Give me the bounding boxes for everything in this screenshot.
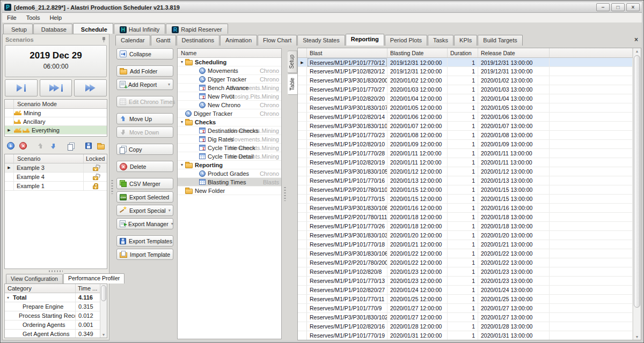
table-row[interactable]: Reserves/M1/P1/P101/770/11 2020/01/25 12… [298, 295, 633, 304]
table-row[interactable]: Reserves/M1/P2/P201/780/111 2020/01/18 1… [298, 213, 633, 222]
table-row[interactable]: Reserves/M1/P1/P101/770/23 2020/01/08 12… [298, 131, 633, 140]
table-row[interactable]: Reserves/M1/P1/P101/770/9 2020/01/27 12:… [298, 304, 633, 313]
toolbar-button[interactable]: Delete [116, 161, 173, 172]
workspace-tab[interactable]: Reporting [346, 34, 384, 46]
workspace-tab[interactable]: Steady States [297, 35, 345, 46]
table-row[interactable]: Reserves/M1/P3/P301/830/106 2020/01/22 1… [298, 249, 633, 258]
playback-button[interactable] [40, 79, 72, 96]
tree-item[interactable]: New Folder [178, 187, 281, 195]
toolbar-button[interactable]: Edit Chrono Times [116, 96, 173, 107]
scenario-tool-button[interactable] [95, 140, 107, 152]
vertical-splitter[interactable] [109, 34, 115, 340]
scenario-tool-button[interactable] [18, 140, 30, 152]
tree-item[interactable]: Cycle Time Detail Movements.Mining [178, 152, 281, 161]
scenario-mode-row[interactable]: Ancillary [5, 117, 107, 126]
tree-item[interactable]: Cycle Time Check Movements.Mining [178, 144, 281, 152]
scenario-tool-button[interactable] [5, 140, 17, 152]
tree-item[interactable]: Blasting Times Blasts [178, 178, 281, 187]
scrollbar-thumb[interactable] [634, 55, 640, 308]
close-tab-icon[interactable]: × [634, 36, 638, 43]
table-row[interactable]: Reserves/M1/P3/P301/830/108 2020/01/16 1… [298, 204, 633, 213]
table-row[interactable]: Reserves/M1/P1/P102/820/19 2020/01/11 12… [298, 158, 633, 167]
scrollbar-thumb[interactable] [101, 285, 106, 301]
expander-icon[interactable] [179, 162, 185, 167]
profiler-row[interactable]: Prepare Engine 0.315 [5, 302, 100, 311]
profiler-row[interactable]: Get Agent Actions 0.349 [5, 330, 100, 338]
profiler-row[interactable]: Process Starting Records 0.012 [5, 311, 100, 320]
workspace-tab[interactable]: Period Plots [385, 35, 427, 46]
menu-item[interactable]: Tools [21, 13, 45, 22]
expander-icon[interactable] [179, 59, 185, 64]
tree-item[interactable]: New Chrono Chrono [178, 101, 281, 109]
scenario-tool-button[interactable] [83, 140, 94, 152]
tree-item[interactable]: Destination Checks Movements.Mining [178, 126, 281, 135]
scenario-mode-row[interactable]: Everything [5, 126, 107, 135]
toolbar-button[interactable]: Copy [116, 144, 173, 155]
tree-item[interactable]: Bench Advance Movements.Mining [178, 84, 281, 92]
bottom-tab[interactable]: View Configuration [6, 274, 63, 284]
scenario-row[interactable]: Example 1 [5, 182, 107, 191]
playback-button[interactable] [5, 79, 38, 96]
scenario-row[interactable]: Example 4 [5, 173, 107, 182]
tree-item[interactable]: Movements Chrono [178, 66, 281, 75]
table-row[interactable]: Reserves/M1/P1/P101/770/26 2020/01/18 12… [298, 222, 633, 231]
table-row[interactable]: Reserves/M1/P2/P201/780/2000 2020/01/22 … [298, 258, 633, 267]
close-button[interactable]: × [626, 3, 640, 11]
toolbar-button[interactable]: CSV Merger [116, 178, 173, 189]
side-tab[interactable]: Table [288, 73, 298, 95]
scenario-row[interactable]: Example 3 [5, 163, 107, 173]
toolbar-button[interactable]: Add Folder [116, 65, 173, 77]
menu-item[interactable]: Help [45, 13, 67, 22]
scenario-mode-row[interactable]: Mining [5, 109, 107, 117]
toolbar-button[interactable]: Add Report [116, 79, 173, 90]
table-row[interactable]: Reserves/M1/P1/P102/820/16 2020/01/28 12… [298, 322, 633, 331]
workspace-tab[interactable]: Animation [220, 35, 257, 46]
horizontal-splitter[interactable] [4, 269, 107, 273]
scenario-tool-button[interactable] [35, 140, 47, 152]
pin-icon[interactable] [101, 36, 106, 43]
tree-item[interactable]: New Pivot Closing.Pits.Mining [178, 92, 281, 101]
table-row[interactable]: Reserves/M1/P3/P301/830/110 2020/01/07 1… [298, 122, 633, 131]
table-row[interactable]: Reserves/M1/P3/P301/830/103 2020/01/20 1… [298, 231, 633, 240]
tree-item[interactable]: Digger Tracker Chrono [178, 109, 281, 118]
workspace-tab[interactable]: Flow Chart [258, 35, 297, 46]
workspace-tab[interactable]: Calendar [115, 35, 150, 46]
tree-item[interactable]: Scheduling [178, 58, 281, 66]
playback-button[interactable] [74, 79, 107, 96]
table-row[interactable]: Reserves/M1/P1/P102/820/14 2020/01/06 12… [298, 113, 633, 122]
toolbar-button[interactable]: Move Down [116, 126, 173, 138]
table-row[interactable]: Reserves/M1/P1/P101/770/13 2020/01/23 12… [298, 277, 633, 286]
main-tab[interactable]: Schedule [73, 23, 113, 34]
expander-icon[interactable] [7, 295, 13, 300]
table-row[interactable]: Reserves/M1/P1/P102/820/8 2020/01/23 12:… [298, 267, 633, 277]
table-row[interactable]: Reserves/M1/P1/P101/770/19 2020/01/31 12… [298, 331, 633, 340]
side-tab[interactable]: Setup [288, 50, 297, 73]
tree-splitter[interactable] [283, 48, 287, 339]
table-row[interactable]: Reserves/M1/P1/P101/770/12 2019/12/31 12… [298, 58, 633, 67]
profiler-row[interactable]: Ordering Agents 0.001 [5, 320, 100, 330]
minimize-button[interactable]: – [596, 3, 610, 11]
main-tab[interactable]: Rapid Reserver [166, 24, 228, 34]
table-row[interactable]: Reserves/M1/P1/P101/770/27 2020/01/03 12… [298, 85, 633, 94]
table-row[interactable]: Reserves/M1/P1/P101/770/15 2020/01/15 12… [298, 195, 633, 204]
table-row[interactable]: Reserves/M1/P1/P101/770/28 2020/01/11 12… [298, 149, 633, 158]
table-scrollbar[interactable]: ▲ ▼ [633, 48, 641, 340]
table-row[interactable]: Reserves/M1/P3/P301/830/105 2020/01/12 1… [298, 167, 633, 176]
table-row[interactable]: Reserves/M1/P1/P101/770/18 2020/01/21 12… [298, 240, 633, 249]
workspace-tab[interactable]: Gantt [151, 35, 176, 46]
workspace-tab[interactable]: Destinations [177, 35, 220, 46]
table-row[interactable]: Reserves/M1/P2/P201/780/110 2020/01/15 1… [298, 185, 633, 195]
table-row[interactable]: Reserves/M1/P1/P102/820/27 2020/01/24 12… [298, 286, 633, 295]
expander-icon[interactable] [179, 120, 185, 124]
maximize-button[interactable]: □ [611, 3, 625, 11]
scenario-tool-button[interactable] [48, 140, 60, 152]
main-tab[interactable]: Haul Infinity [114, 24, 165, 34]
menu-item[interactable]: File [2, 13, 21, 22]
table-row[interactable]: Reserves/M1/P1/P102/820/12 2019/12/31 12… [298, 67, 633, 76]
main-tab[interactable]: Setup [3, 24, 33, 34]
table-row[interactable]: Reserves/M1/P3/P301/830/2000 2020/01/02 … [298, 76, 633, 85]
tree-item[interactable]: Digger Tracker Chrono [178, 75, 281, 84]
toolbar-button[interactable]: Move Up [116, 113, 173, 124]
toolbar-button[interactable]: Export Manager [116, 218, 173, 229]
tree-item[interactable]: Dig Rates Movements.Mining [178, 135, 281, 144]
